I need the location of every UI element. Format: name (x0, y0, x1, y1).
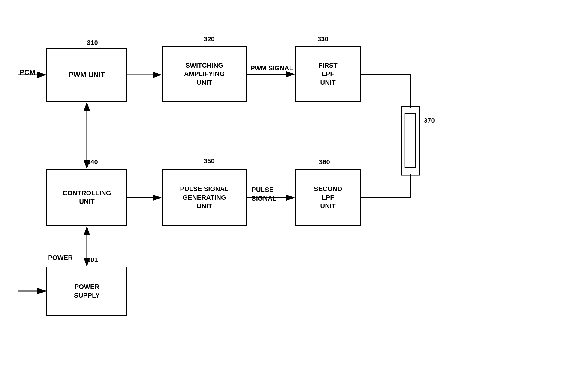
pwm-unit-number: 310 (87, 39, 98, 47)
pulse-signal-number: 350 (204, 157, 215, 165)
switching-amplifying-block: SWITCHINGAMPLIFYINGUNIT (162, 46, 247, 102)
power-supply-number: 301 (87, 256, 98, 264)
power-supply-label: POWERSUPPLY (74, 283, 100, 300)
power-supply-block: POWERSUPPLY (46, 267, 127, 316)
pwm-signal-label: PWM SIGNAL (250, 64, 293, 72)
first-lpf-block: FIRSTLPFUNIT (295, 46, 361, 102)
pulse-signal-block: PULSE SIGNALGENERATINGUNIT (162, 169, 247, 226)
controlling-unit-block: CONTROLLINGUNIT (46, 169, 127, 226)
second-lpf-number: 360 (319, 158, 330, 166)
controlling-number: 340 (87, 158, 98, 166)
power-label: POWER (48, 254, 73, 262)
second-lpf-block: SECONDLPFUNIT (295, 169, 361, 226)
switching-amplifying-label: SWITCHINGAMPLIFYINGUNIT (184, 61, 225, 87)
second-lpf-label: SECONDLPFUNIT (314, 185, 342, 211)
pwm-unit-label: PWM UNIT (69, 70, 105, 79)
first-lpf-label: FIRSTLPFUNIT (318, 61, 338, 87)
diagram-container: PCM PWM UNIT 310 SWITCHINGAMPLIFYINGUNIT… (0, 0, 569, 392)
svg-rect-15 (405, 114, 416, 168)
pcm-label: PCM (19, 68, 35, 77)
svg-rect-14 (401, 106, 419, 175)
controlling-unit-label: CONTROLLINGUNIT (63, 189, 111, 206)
load-number: 370 (424, 117, 435, 125)
first-lpf-number: 330 (317, 35, 329, 43)
pwm-unit-block: PWM UNIT (46, 48, 127, 102)
switching-number: 320 (204, 35, 215, 43)
pulse-signal-text: PULSESIGNAL (252, 186, 276, 203)
pulse-signal-label: PULSE SIGNALGENERATINGUNIT (180, 185, 229, 211)
